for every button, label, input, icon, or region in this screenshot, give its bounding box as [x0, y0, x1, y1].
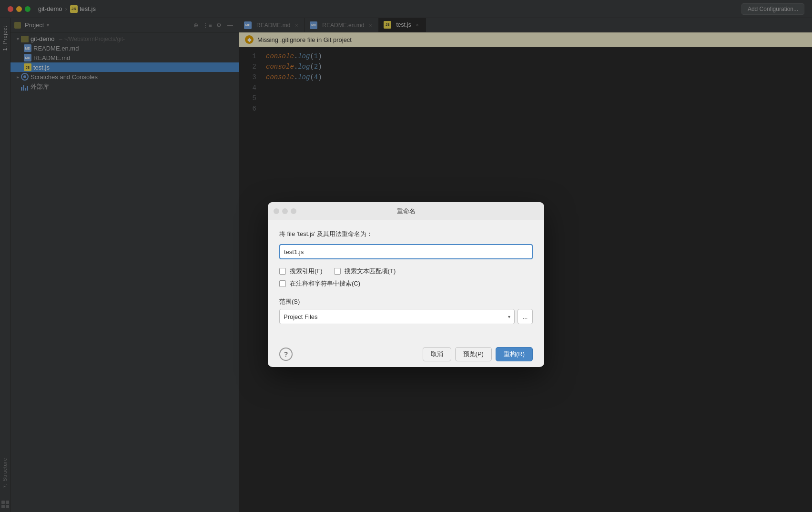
checkbox-search-refs-label: 搜索引用(F)	[290, 267, 323, 276]
checkbox-row-inline: 搜索引用(F) 搜索文本匹配项(T)	[279, 267, 533, 276]
scope-dropdown[interactable]: Project Files ▾	[279, 309, 515, 324]
preview-button[interactable]: 预览(P)	[455, 347, 492, 361]
scope-dropdown-value: Project Files	[284, 313, 318, 320]
dialog-tl-2	[282, 208, 288, 214]
checkbox-search-comments: 在注释和字符串中搜索(C)	[279, 279, 533, 288]
scope-label-text: 范围(S)	[279, 297, 300, 306]
checkbox-search-comments-input[interactable]	[279, 280, 286, 287]
dialog-titlebar: 重命名	[268, 202, 544, 220]
checkbox-search-text-label: 搜索文本匹配项(T)	[345, 267, 396, 276]
scope-dropdown-wrapper: Project Files ▾ ...	[279, 309, 533, 324]
dialog-tl-1	[274, 208, 279, 214]
chevron-down-icon: ▾	[508, 314, 510, 319]
scope-more-button[interactable]: ...	[518, 309, 533, 324]
refactor-button[interactable]: 重构(R)	[496, 347, 533, 361]
scope-label: 范围(S)	[279, 297, 533, 306]
cancel-button[interactable]: 取消	[423, 347, 451, 361]
dialog-footer: ? 取消 预览(P) 重构(R)	[268, 341, 544, 367]
dialog-traffic-lights	[274, 208, 296, 214]
dialog-prompt: 将 file 'test.js' 及其用法重命名为：	[279, 230, 533, 238]
checkbox-search-text-input[interactable]	[334, 268, 341, 275]
checkbox-search-refs-input[interactable]	[279, 268, 286, 275]
dialog-tl-3	[291, 208, 296, 214]
scope-section: 范围(S) Project Files ▾ ...	[279, 297, 533, 324]
rename-dialog: 重命名 将 file 'test.js' 及其用法重命名为： 搜索引用(F) 搜…	[268, 202, 544, 367]
checkbox-search-text: 搜索文本匹配项(T)	[334, 267, 396, 276]
dialog-overlay: 重命名 将 file 'test.js' 及其用法重命名为： 搜索引用(F) 搜…	[0, 0, 812, 512]
checkbox-search-refs: 搜索引用(F)	[279, 267, 323, 276]
dialog-body: 将 file 'test.js' 及其用法重命名为： 搜索引用(F) 搜索文本匹…	[268, 220, 544, 341]
checkbox-search-comments-label: 在注释和字符串中搜索(C)	[290, 279, 360, 288]
dialog-checkboxes: 搜索引用(F) 搜索文本匹配项(T) 在注释和字符串中搜索(C)	[279, 267, 533, 288]
dialog-title: 重命名	[397, 207, 416, 215]
rename-input[interactable]	[279, 244, 533, 259]
help-button[interactable]: ?	[279, 348, 293, 361]
